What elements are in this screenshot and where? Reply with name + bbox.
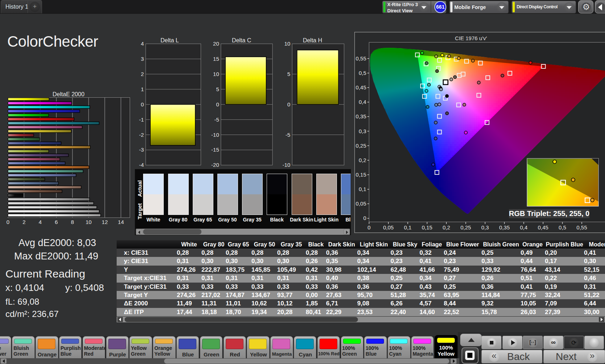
svg-text:-5: -5 [214,117,219,123]
svg-text:0,45: 0,45 [356,84,366,90]
svg-text:0: 0 [363,215,366,221]
svg-text:0,05: 0,05 [383,224,393,230]
svg-text:8: 8 [71,219,74,225]
svg-text:CIE 1976 u'v': CIE 1976 u'v' [455,35,487,41]
svg-text:1: 1 [141,86,144,92]
svg-text:0,25: 0,25 [460,224,471,230]
svg-text:0,1: 0,1 [359,186,366,192]
svg-text:4: 4 [39,219,42,225]
svg-text:-1: -1 [139,117,144,123]
svg-text:Delta H: Delta H [303,37,322,43]
svg-text:0,35: 0,35 [499,224,510,230]
svg-text:0,5: 0,5 [359,70,366,76]
svg-text:0,3: 0,3 [481,224,489,230]
svg-text:5: 5 [216,86,219,92]
svg-text:4: 4 [141,41,144,47]
svg-text:0,4: 0,4 [520,224,527,230]
svg-text:0,55: 0,55 [576,224,587,230]
svg-text:0,2: 0,2 [443,224,450,230]
svg-text:0: 0 [368,224,371,230]
svg-text:10: 10 [284,41,291,47]
svg-text:10: 10 [85,219,92,225]
svg-text:20: 20 [213,41,219,47]
svg-text:Delta L: Delta L [160,37,179,43]
svg-text:6: 6 [55,219,58,225]
svg-text:0: 0 [141,101,144,107]
svg-text:-20: -20 [211,162,219,168]
svg-text:0,05: 0,05 [356,200,366,207]
svg-text:0,15: 0,15 [422,224,432,230]
svg-text:0,55: 0,55 [356,55,366,62]
svg-text:2: 2 [141,71,144,77]
svg-text:10: 10 [213,71,219,77]
svg-text:-10: -10 [211,132,219,138]
svg-text:5: 5 [287,71,290,77]
svg-text:15: 15 [213,56,219,62]
svg-text:-10: -10 [283,162,291,168]
svg-text:-5: -5 [285,132,290,138]
svg-text:0,5: 0,5 [559,224,566,230]
svg-text:0,45: 0,45 [538,224,548,230]
svg-text:Delta C: Delta C [232,37,251,43]
svg-text:-2: -2 [139,132,144,138]
svg-text:0: 0 [216,101,219,107]
svg-text:12: 12 [102,219,108,225]
svg-text:0,15: 0,15 [356,172,366,178]
svg-text:-3: -3 [139,147,144,153]
svg-text:2: 2 [22,219,25,225]
svg-text:0,3: 0,3 [359,128,366,134]
svg-text:0,35: 0,35 [356,113,366,119]
svg-text:RGB Triplet: 255, 255, 0: RGB Triplet: 255, 255, 0 [509,209,589,217]
svg-text:14: 14 [118,219,124,225]
svg-text:-15: -15 [211,147,219,153]
svg-text:0,2: 0,2 [359,157,366,163]
svg-text:0,25: 0,25 [356,143,366,149]
svg-text:0,1: 0,1 [404,224,412,230]
svg-text:0,4: 0,4 [359,99,366,105]
svg-text:DeltaE 2000: DeltaE 2000 [53,91,84,97]
svg-text:-4: -4 [139,162,144,168]
svg-text:3: 3 [141,56,144,62]
svg-text:0: 0 [287,101,290,107]
svg-text:0: 0 [7,219,9,225]
